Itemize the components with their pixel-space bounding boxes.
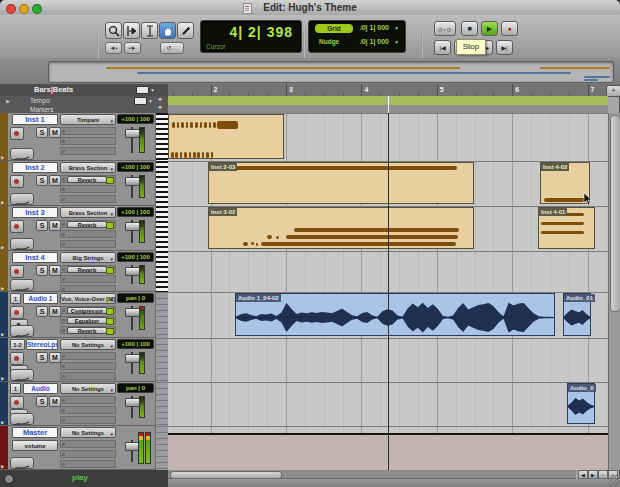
track-name[interactable]: StereoLps bbox=[26, 339, 58, 350]
nudge-dropdown-icon[interactable]: ▼ bbox=[394, 39, 399, 45]
chevron-down-icon[interactable]: ▼ bbox=[110, 165, 114, 173]
insert-slot[interactable]: Reverb bbox=[60, 265, 116, 273]
midi-note[interactable] bbox=[175, 152, 178, 158]
ruler-view-selector-icon[interactable] bbox=[136, 86, 149, 94]
insert-slot[interactable] bbox=[60, 285, 116, 292]
midi-controls-button[interactable]: ◷♪◷ bbox=[434, 21, 456, 36]
midi-note[interactable] bbox=[211, 152, 214, 158]
markers-ruler-label[interactable]: Markers bbox=[30, 106, 53, 113]
title-bar[interactable]: Edit: Hugh's Theme bbox=[0, 0, 620, 16]
midi-note[interactable] bbox=[256, 243, 258, 246]
midi-note[interactable] bbox=[171, 152, 174, 158]
chevron-down-icon[interactable]: ▼ bbox=[110, 430, 114, 438]
zoomer-tool[interactable] bbox=[105, 22, 122, 39]
keyboard-focus-icon[interactable] bbox=[4, 474, 14, 484]
zoom-forward-button[interactable]: •► bbox=[124, 42, 141, 54]
chevron-down-icon[interactable]: ▼ bbox=[110, 117, 114, 125]
chevron-down-icon[interactable]: ▼ bbox=[110, 296, 114, 304]
insert-slot[interactable] bbox=[60, 362, 116, 370]
track-color-strip[interactable]: ▶ bbox=[0, 161, 8, 206]
insert-slot[interactable] bbox=[60, 195, 116, 203]
add-ruler-button[interactable]: + bbox=[606, 85, 620, 97]
input-channel-button[interactable]: 1 bbox=[10, 383, 21, 394]
track-color-strip[interactable]: ▶ bbox=[0, 426, 8, 470]
insert-plugin-button[interactable]: Compressor bbox=[67, 307, 107, 314]
grabber-tool[interactable] bbox=[159, 22, 176, 39]
track-color-strip[interactable]: ▶ bbox=[0, 292, 8, 338]
counter-value[interactable]: 4| 2| 398 bbox=[229, 24, 293, 40]
insert-slot[interactable]: Equalizer bbox=[60, 316, 116, 324]
insert-slot[interactable] bbox=[60, 275, 116, 283]
midi-note[interactable] bbox=[180, 152, 183, 158]
midi-note[interactable] bbox=[217, 121, 238, 129]
record-arm-button[interactable] bbox=[10, 396, 24, 409]
chevron-down-icon[interactable]: ▼ bbox=[110, 210, 114, 218]
midi-note[interactable] bbox=[294, 228, 459, 232]
midi-clip[interactable]: Inst 4-01 bbox=[538, 207, 595, 249]
midi-note[interactable] bbox=[202, 152, 205, 158]
volume-fader[interactable] bbox=[125, 177, 140, 186]
insert-enable-button[interactable] bbox=[106, 328, 114, 335]
insert-enable-button[interactable] bbox=[106, 308, 114, 315]
selector-tool[interactable] bbox=[141, 22, 158, 39]
track-expand-icon[interactable]: ▶ bbox=[1, 245, 4, 250]
automation-mode-button[interactable] bbox=[10, 238, 34, 250]
go-to-end-button[interactable]: ▶| bbox=[496, 40, 513, 55]
stop-button[interactable]: ■ bbox=[461, 21, 478, 36]
audio-clip[interactable]: Audio 1_04-02 bbox=[235, 293, 555, 336]
add-marker-button[interactable]: + bbox=[158, 104, 162, 111]
nudge-value[interactable]: 0| 1| 000 bbox=[362, 38, 389, 45]
volume-fader[interactable] bbox=[125, 129, 140, 138]
midi-note[interactable] bbox=[189, 152, 192, 158]
track-name[interactable]: Inst 1 bbox=[12, 114, 58, 125]
horizontal-scrollbar[interactable] bbox=[168, 470, 576, 479]
chevron-down-icon[interactable]: ▼ bbox=[110, 342, 114, 350]
zoom-back-button[interactable]: ◄• bbox=[105, 42, 122, 54]
insert-slot[interactable]: Reverb bbox=[60, 220, 116, 228]
midi-note[interactable] bbox=[261, 242, 456, 246]
midi-note[interactable] bbox=[200, 122, 203, 128]
mini-keyboard[interactable] bbox=[155, 113, 168, 161]
chevron-down-icon[interactable]: ▼ bbox=[110, 255, 114, 263]
insert-selector[interactable]: Brass Section▼ bbox=[60, 207, 116, 218]
midi-note[interactable] bbox=[195, 122, 198, 128]
track-expand-icon[interactable]: ▶ bbox=[1, 200, 4, 205]
insert-selector[interactable]: No Settings▼ bbox=[60, 427, 116, 438]
playhead[interactable] bbox=[388, 113, 389, 470]
record-arm-button[interactable] bbox=[10, 127, 24, 140]
midi-note[interactable] bbox=[541, 222, 584, 225]
solo-button[interactable]: S bbox=[36, 306, 48, 317]
zoom-toggle-button[interactable]: ↺… bbox=[160, 42, 184, 54]
record-button[interactable]: ● bbox=[501, 21, 518, 36]
midi-note[interactable] bbox=[243, 242, 248, 246]
track-expand-icon[interactable]: ▶ bbox=[1, 420, 4, 425]
play-button[interactable]: ▶ bbox=[481, 21, 498, 36]
track-expand-icon[interactable]: ▶ bbox=[1, 376, 4, 381]
insert-selector[interactable]: Timpani▼ bbox=[60, 114, 116, 125]
tempo-display-icon[interactable] bbox=[134, 97, 147, 105]
insert-slot[interactable] bbox=[60, 440, 116, 448]
horizontal-scrollbar-thumb[interactable] bbox=[170, 471, 282, 479]
volume-pan-display[interactable]: +100 | 100 bbox=[117, 339, 154, 349]
midi-note[interactable] bbox=[276, 236, 279, 239]
insert-slot[interactable]: Reverb bbox=[60, 175, 116, 183]
track-expand-icon[interactable]: ▶ bbox=[1, 464, 4, 469]
bars-beats-ruler-label[interactable]: Bars|Beats bbox=[34, 85, 73, 94]
volume-fader[interactable] bbox=[125, 267, 140, 276]
insert-selector[interactable]: Big Strings▼ bbox=[60, 252, 116, 263]
solo-button[interactable]: S bbox=[36, 220, 48, 231]
insert-plugin-button[interactable]: Reverb bbox=[67, 221, 107, 228]
insert-slot[interactable] bbox=[60, 240, 116, 248]
volume-pan-display[interactable]: +100 | 100 bbox=[117, 207, 154, 217]
insert-slot[interactable] bbox=[60, 416, 116, 424]
automation-mode-button[interactable] bbox=[10, 148, 34, 160]
midi-note[interactable] bbox=[233, 166, 457, 170]
track-color-strip[interactable]: ▶ bbox=[0, 113, 8, 161]
insert-enable-button[interactable] bbox=[106, 177, 114, 184]
audio-clip[interactable]: Audio_0 bbox=[567, 383, 595, 424]
zoom-out-button[interactable]: − bbox=[598, 470, 608, 479]
insert-enable-button[interactable] bbox=[106, 267, 114, 274]
insert-plugin-button[interactable]: Reverb bbox=[67, 266, 107, 273]
trim-tool[interactable] bbox=[123, 22, 140, 39]
insert-slot[interactable] bbox=[60, 230, 116, 238]
